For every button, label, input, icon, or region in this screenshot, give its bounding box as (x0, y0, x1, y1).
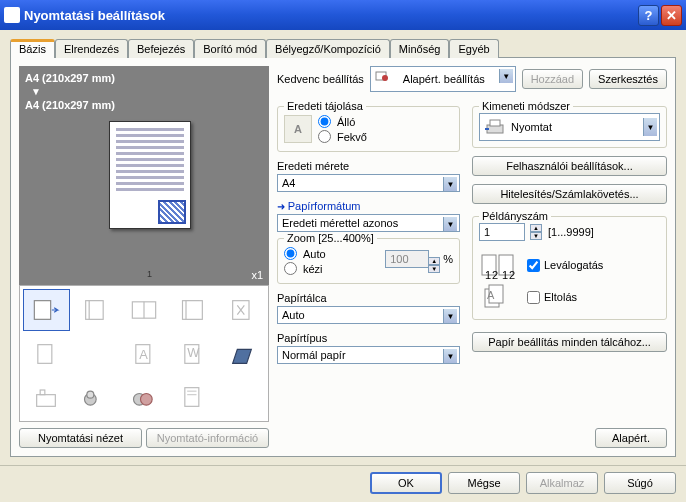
svg-text:W: W (187, 345, 200, 360)
preview-from-size: A4 (210x297 mm) (25, 72, 263, 84)
svg-point-23 (382, 75, 388, 81)
option-icon[interactable] (218, 376, 265, 418)
output-group: Kimeneti módszer Nyomtat (472, 106, 667, 148)
option-icon[interactable] (121, 376, 168, 418)
svg-rect-19 (185, 388, 199, 407)
svg-text:1: 1 (485, 269, 491, 281)
offset-checkbox[interactable]: Eltolás (527, 291, 577, 304)
option-icon[interactable] (218, 289, 265, 331)
tab-stamp[interactable]: Bélyegző/Kompozíció (266, 39, 390, 58)
zoom-manual-radio[interactable]: kézi (284, 262, 326, 275)
default-button[interactable]: Alapért. (595, 428, 667, 448)
ok-button[interactable]: OK (370, 472, 442, 494)
svg-point-16 (87, 391, 94, 398)
tray-label: Papírtálca (277, 292, 460, 304)
print-view-button[interactable]: Nyomtatási nézet (19, 428, 142, 448)
tab-finish[interactable]: Befejezés (128, 39, 194, 58)
tab-cover[interactable]: Borító mód (194, 39, 266, 58)
svg-text:A: A (139, 346, 148, 361)
tab-strip: Bázis Elrendezés Befejezés Borító mód Bé… (10, 38, 676, 57)
collate-icon: 1212 (479, 249, 519, 281)
printer-icon (483, 117, 507, 137)
tab-panel: A4 (210x297 mm) ▼ A4 (210x297 mm) 1 x1 (10, 57, 676, 457)
edit-favorite-button[interactable]: Szerkesztés (589, 69, 667, 89)
printer-icon (4, 7, 20, 23)
option-icon[interactable] (121, 289, 168, 331)
paper-format-label: Papírformátum (277, 200, 460, 212)
option-icon[interactable] (23, 333, 70, 375)
svg-text:2: 2 (509, 269, 515, 281)
option-icon[interactable] (218, 333, 265, 375)
preview-multiplier: x1 (251, 269, 263, 281)
cancel-button[interactable]: Mégse (448, 472, 520, 494)
svg-text:A: A (487, 289, 495, 301)
page-preview: A4 (210x297 mm) ▼ A4 (210x297 mm) 1 x1 (19, 66, 269, 285)
down-arrow-icon: ▼ (31, 86, 263, 97)
option-icon[interactable] (72, 289, 119, 331)
option-icon[interactable] (169, 289, 216, 331)
zoom-auto-radio[interactable]: Auto (284, 247, 326, 260)
favorite-icon (375, 69, 399, 89)
copies-range: [1...9999] (548, 226, 594, 238)
output-legend: Kimeneti módszer (479, 100, 573, 112)
svg-rect-13 (37, 395, 56, 407)
svg-text:2: 2 (492, 269, 498, 281)
help-button[interactable]: Súgó (604, 472, 676, 494)
tab-quality[interactable]: Minőség (390, 39, 450, 58)
favorite-label: Kedvenc beállítás (277, 73, 364, 85)
orientation-icon: A (284, 115, 312, 143)
title-bar: Nyomtatási beállítások ? ✕ (0, 0, 686, 30)
option-icon[interactable]: A (121, 333, 168, 375)
orig-size-label: Eredeti mérete (277, 160, 460, 172)
paper-type-combo[interactable]: Normál papír (277, 346, 460, 364)
user-settings-button[interactable]: Felhasználói beállítások... (472, 156, 667, 176)
help-button[interactable]: ? (638, 5, 659, 26)
portrait-radio[interactable]: Álló (318, 115, 367, 128)
option-icon[interactable] (169, 376, 216, 418)
favorite-combo[interactable]: Alapért. beállítás (370, 66, 516, 92)
preview-page-number: 1 (147, 269, 152, 279)
zoom-spinner[interactable]: ▲▼ (428, 257, 440, 273)
dialog-button-bar: OK Mégse Alkalmaz Súgó (0, 465, 686, 500)
copies-input[interactable] (479, 223, 525, 241)
option-icon[interactable] (72, 333, 119, 375)
tab-other[interactable]: Egyéb (449, 39, 498, 58)
zoom-value-input[interactable]: 100 (385, 250, 429, 268)
svg-point-18 (140, 394, 152, 406)
add-favorite-button: Hozzáad (522, 69, 583, 89)
option-icon[interactable] (23, 289, 70, 331)
option-icon[interactable]: W (169, 333, 216, 375)
svg-rect-6 (186, 301, 202, 320)
offset-icon: A (479, 281, 519, 313)
zoom-legend: Zoom [25...400%] (284, 232, 377, 244)
landscape-radio[interactable]: Fekvő (318, 130, 367, 143)
apply-button: Alkalmaz (526, 472, 598, 494)
orientation-group: Eredeti tájolása A Álló Fekvő (277, 106, 460, 152)
svg-rect-14 (41, 390, 46, 395)
paper-type-label: Papírtípus (277, 332, 460, 344)
option-icon[interactable] (72, 376, 119, 418)
tray-combo[interactable]: Auto (277, 306, 460, 324)
tab-layout[interactable]: Elrendezés (55, 39, 128, 58)
tab-basis[interactable]: Bázis (10, 39, 55, 58)
option-icon[interactable] (23, 376, 70, 418)
svg-text:1: 1 (502, 269, 508, 281)
copies-spinner[interactable]: ▲▼ (530, 224, 542, 240)
zoom-unit: % (443, 253, 453, 265)
preview-to-size: A4 (210x297 mm) (25, 99, 263, 111)
output-value: Nyomtat (511, 121, 552, 133)
svg-rect-2 (89, 301, 103, 320)
close-button[interactable]: ✕ (661, 5, 682, 26)
copies-group: Példányszám ▲▼ [1...9999] 1212 Leválogat… (472, 216, 667, 320)
zoom-group: Zoom [25...400%] Auto kézi 100▲▼ % (277, 238, 460, 284)
auth-button[interactable]: Hitelesítés/Számlakövetés... (472, 184, 667, 204)
paper-format-combo[interactable]: Eredeti mérettel azonos (277, 214, 460, 232)
svg-rect-0 (35, 301, 51, 320)
output-combo[interactable]: Nyomtat (479, 113, 660, 141)
orig-size-combo[interactable]: A4 (277, 174, 460, 192)
orientation-legend: Eredeti tájolása (284, 100, 366, 112)
paper-all-trays-button[interactable]: Papír beállítás minden tálcához... (472, 332, 667, 352)
svg-rect-25 (490, 120, 500, 126)
copies-legend: Példányszám (479, 210, 551, 222)
collate-checkbox[interactable]: Leválogatás (527, 259, 603, 272)
